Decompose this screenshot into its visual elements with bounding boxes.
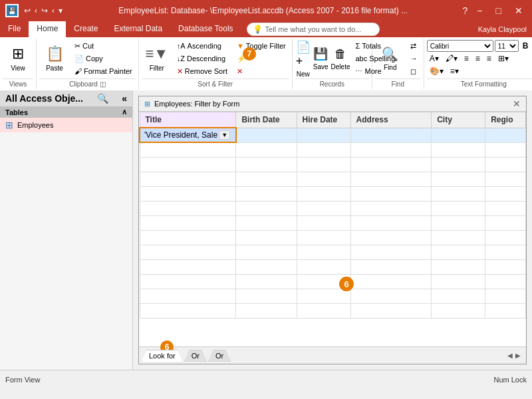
user-name: Kayla Claypool [473,21,532,37]
or-label-1: Or [192,352,200,360]
format-painter-button[interactable]: 🖌 Format Painter [71,65,136,77]
scroll-right-button[interactable]: ▶ [515,352,521,359]
clear-filter-icon: ✕ [237,67,243,76]
goto-button[interactable]: → [407,53,421,65]
descending-icon: ↓Z [177,55,185,63]
menu-create[interactable]: Create [66,21,106,37]
nav-item-employees[interactable]: ⊞ Employees [0,118,132,132]
scroll-left-button[interactable]: ◀ [507,352,513,359]
customize-qat[interactable]: ▾ [57,5,64,17]
highlight-button[interactable]: 🖍▾ [443,53,460,65]
ribbon-group-find: 🔍 Find ⇄ → ◻ Find [372,39,424,89]
view-button[interactable]: ⊞ View [3,40,33,77]
ribbon-group-sort-filter: ≡▼ Filter ↑A Ascending ↓Z Descending ✕ R… [139,39,293,89]
views-group-label: Views [3,78,33,88]
find-button[interactable]: 🔍 Find [375,40,406,77]
alt-row-button[interactable]: ≡▾ [448,65,462,77]
save-icon[interactable]: 💾 [5,4,19,17]
city-cell[interactable] [432,128,485,142]
undo-button[interactable]: ↩ [23,5,32,17]
scroll-area: ◀ ▶ [505,352,523,359]
col-city: City [432,112,485,128]
select-icon: ◻ [410,67,416,76]
replace-button[interactable]: ⇄ [407,40,421,52]
menu-file[interactable]: File [0,21,29,37]
filter-form-table: Title Birth Date Hire Date Address City … [139,112,526,346]
align-center-button[interactable]: ≡ [473,53,483,65]
filter-button[interactable]: ≡▼ Filter [142,40,172,77]
descending-button[interactable]: ↓Z Descending [174,53,231,65]
hire-date-cell[interactable] [297,128,350,142]
region-cell[interactable] [485,128,526,142]
nav-section-tables: Tables ∧ [0,106,132,118]
remove-sort-label: Remove Sort [185,67,227,75]
nav-collapse-icon[interactable]: « [122,93,127,104]
gridlines-button[interactable]: ⊞▾ [495,53,511,65]
save-record-button[interactable]: 💾 Save [313,40,329,77]
window-title-bar: ⊞ Employees: Filter by Form ✕ [139,96,526,112]
undo-arrow[interactable]: ‹ [33,5,39,17]
main-area: All Access Obje... 🔍 « Tables ∧ ⊞ Employ… [0,90,532,370]
bg-color-button[interactable]: 🎨▾ [427,65,446,77]
table-icon: ⊞ [5,120,13,130]
redo-arrow[interactable]: ‹ [51,5,56,17]
copy-button[interactable]: 📄 Copy [71,53,136,65]
advanced-button[interactable]: ⚡ [233,53,289,65]
tell-me-input[interactable]: 💡 Tell me what you want to do... [247,23,380,36]
paste-icon: 📋 [46,45,64,63]
font-color-button[interactable]: A▾ [427,53,442,65]
menu-database-tools[interactable]: Database Tools [170,21,241,37]
title-cell[interactable]: 'Vice President, Sale ▼ [140,128,236,142]
ascending-button[interactable]: ↑A Ascending [174,40,231,52]
nav-search-icon[interactable]: 🔍 [97,93,108,104]
save-record-label: Save [313,63,329,70]
menu-external-data[interactable]: External Data [106,21,170,37]
tell-me-area: 💡 Tell me what you want to do... [241,21,473,37]
font-size-selector[interactable]: 11 [495,40,519,52]
badge-6-main: 6 [339,277,354,291]
maximize-button[interactable]: □ [492,4,505,17]
badge-7: 7 [243,47,256,61]
or-tab-1[interactable]: Or [184,350,207,362]
menu-home[interactable]: Home [29,21,66,37]
cut-label: Cut [82,42,94,50]
new-record-button[interactable]: 📄+ New [295,40,311,77]
birth-date-cell[interactable] [236,128,297,142]
empty-row [140,186,526,201]
font-selector[interactable]: Calibri [427,40,493,52]
redo-button[interactable]: ↪ [40,5,49,17]
or-label-2: Or [215,352,223,360]
empty-row [140,215,526,230]
align-right-button[interactable]: ≡ [484,53,494,65]
clear-filter-button[interactable]: ✕ [233,65,289,77]
nav-header[interactable]: All Access Obje... 🔍 « [0,90,132,106]
paste-button[interactable]: 📋 Paste [39,40,70,77]
delete-button[interactable]: 🗑 Delete [331,40,351,77]
title-dropdown[interactable]: 'Vice President, Sale ▼ [144,130,231,140]
remove-sort-icon: ✕ [177,67,183,76]
help-button[interactable]: ? [463,5,468,16]
minimize-button[interactable]: − [473,4,486,17]
select-button[interactable]: ◻ [407,65,421,77]
nav-section-toggle[interactable]: ∧ [122,108,127,116]
window-close-button[interactable]: ✕ [513,98,521,109]
table-row: 'Vice President, Sale ▼ [140,128,526,142]
align-left-button[interactable]: ≡ [462,53,471,65]
or-tab-2[interactable]: Or [208,350,231,362]
records-group-label: Records [295,78,369,88]
look-for-tab[interactable]: Look for [142,350,183,362]
dropdown-arrow[interactable]: ▼ [219,130,230,140]
window-table-icon: ⊞ [144,100,150,108]
empty-row [140,274,526,289]
find-label: Find [384,64,396,71]
address-cell[interactable] [350,128,432,142]
cut-button[interactable]: ✂ Cut [71,40,136,52]
nav-title: All Access Obje... [5,93,83,104]
view-label: View [11,65,25,72]
bold-button[interactable]: B [520,40,531,52]
toggle-filter-button[interactable]: ▼ Toggle Filter [233,40,289,52]
title-bar: 💾 ↩ ‹ ↪ ‹ ▾ EmployeeList: Database- \Emp… [0,0,532,21]
empty-row [140,289,526,303]
remove-sort-button[interactable]: ✕ Remove Sort [174,65,231,77]
close-button[interactable]: ✕ [511,4,527,17]
